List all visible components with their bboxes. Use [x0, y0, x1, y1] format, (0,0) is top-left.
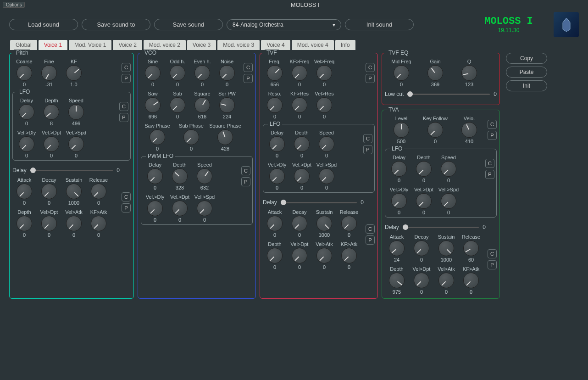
knob-vel-dpt[interactable]: Vel.>Dpt0 — [412, 187, 436, 215]
knob-odd-h-[interactable]: Odd h.0 — [166, 59, 189, 87]
knob-vel-atk[interactable]: Vel>Atk0 — [312, 241, 336, 270]
tvf-env-copy[interactable]: C — [366, 224, 375, 234]
lowcut-slider[interactable] — [407, 94, 490, 95]
knob-vel-atk[interactable]: Vel>Atk0 — [434, 266, 458, 295]
knob-release[interactable]: Release0 — [87, 177, 111, 206]
tab-mod-voice-4[interactable]: Mod. voice 4 — [292, 40, 334, 50]
pitch-r1-copy[interactable]: C — [122, 63, 131, 72]
tab-global[interactable]: Global — [10, 40, 37, 50]
knob-vel-spd[interactable]: Vel.>Spd0 — [437, 187, 460, 215]
knob-sub[interactable]: Sub0 — [166, 91, 189, 119]
knob-kf-res[interactable]: KF>Res0 — [288, 91, 311, 119]
pitch-lfo-r1-copy[interactable]: C — [119, 102, 128, 111]
knob-delay[interactable]: Delay0 — [15, 98, 39, 126]
tab-mod-voice-1[interactable]: Mod. Voice 1 — [69, 40, 111, 50]
knob-release[interactable]: Release60 — [459, 234, 483, 263]
knob-attack[interactable]: Attack24 — [385, 234, 409, 263]
knob-depth[interactable]: Depth8 — [39, 98, 63, 126]
tvf-r1-copy[interactable]: C — [366, 63, 375, 72]
knob-vel-dpt[interactable]: Vel>Dpt0 — [37, 209, 61, 238]
knob-kf-atk[interactable]: KF>Atk0 — [337, 241, 361, 270]
tab-mod-voice-2[interactable]: Mod. voice 2 — [144, 40, 186, 50]
knob-release[interactable]: Release0 — [337, 209, 361, 238]
knob-attack[interactable]: Attack0 — [12, 177, 36, 206]
knob-sustain[interactable]: Sustain1000 — [434, 234, 458, 263]
knob-speed[interactable]: Speed0 — [437, 155, 460, 183]
knob-vel-freq[interactable]: Vel>Freq0 — [312, 59, 336, 87]
knob-vel-res[interactable]: Vel>Res0 — [312, 91, 336, 119]
vco-r1-paste[interactable]: P — [244, 74, 253, 83]
knob-sustain[interactable]: Sustain1000 — [312, 209, 336, 238]
tab-voice-3[interactable]: Voice 3 — [187, 40, 216, 50]
knob-q[interactable]: Q123 — [453, 59, 486, 87]
knob-depth[interactable]: Depth0 — [263, 241, 287, 270]
tvf-delay-slider[interactable] — [281, 202, 357, 203]
knob-vel-dpt[interactable]: Vel>Dpt0 — [288, 241, 311, 270]
knob-attack[interactable]: Attack0 — [263, 209, 287, 238]
knob-vel-dpt[interactable]: Vel>Dpt0 — [410, 266, 433, 295]
knob-delay[interactable]: Delay0 — [265, 130, 289, 158]
tva-env-paste[interactable]: P — [488, 260, 497, 269]
knob-vel-dpt[interactable]: Vel.>Dpt0 — [39, 130, 63, 158]
knob-depth[interactable]: Depth975 — [385, 266, 409, 295]
knob-vel-spd[interactable]: Vel.>Spd0 — [64, 130, 88, 158]
knob-reso-[interactable]: Reso.0 — [263, 91, 287, 119]
copy-button[interactable]: Copy — [506, 53, 547, 64]
knob-saw-phase[interactable]: Saw Phase0 — [141, 123, 174, 151]
knob-noise[interactable]: Noise0 — [215, 59, 239, 87]
knob-vel-dly[interactable]: Vel.>Dly0 — [387, 187, 411, 215]
knob-kf[interactable]: KF1.0 — [62, 59, 86, 87]
knob-sub-phase[interactable]: Sub Phase0 — [175, 123, 208, 151]
tvf-lfo-r1-copy[interactable]: C — [363, 134, 372, 143]
knob-speed[interactable]: Speed0 — [315, 130, 338, 158]
tab-voice-4[interactable]: Voice 4 — [261, 40, 290, 50]
tvf-env-paste[interactable]: P — [366, 235, 375, 245]
knob-coarse[interactable]: Coarse0 — [12, 59, 36, 87]
tab-voice-2[interactable]: Voice 2 — [113, 40, 142, 50]
knob-freq-[interactable]: Freq.656 — [263, 59, 287, 87]
knob-sine[interactable]: Sine0 — [141, 59, 165, 87]
knob-square[interactable]: Square616 — [190, 91, 214, 119]
preset-select[interactable]: 84-Analog Orchestra ▾ — [227, 19, 341, 30]
pitch-delay-slider[interactable] — [30, 170, 113, 171]
options-button[interactable]: Options — [3, 2, 25, 8]
knob-vel-dly[interactable]: Vel.>Dly0 — [143, 194, 167, 223]
knob-vel-dly[interactable]: Vel.>Dly0 — [265, 162, 289, 190]
tab-info[interactable]: Info — [335, 40, 355, 50]
tab-voice-1[interactable]: Voice 1 — [39, 40, 67, 50]
tab-mod-voice-3[interactable]: Mod. voice 3 — [217, 40, 260, 50]
knob-vel-atk[interactable]: Vel>Atk0 — [62, 209, 86, 238]
pitch-lfo-r1-paste[interactable]: P — [119, 113, 128, 122]
knob-decay[interactable]: Decay0 — [37, 177, 61, 206]
vco-r1-copy[interactable]: C — [244, 63, 253, 72]
knob-depth[interactable]: Depth0 — [290, 130, 314, 158]
tva-delay-slider[interactable] — [403, 227, 479, 228]
save-sound-to-button[interactable]: Save sound to — [82, 19, 150, 30]
knob-velo-[interactable]: Velo.410 — [453, 116, 486, 144]
knob-depth[interactable]: Depth0 — [12, 209, 36, 238]
knob-vel-spd[interactable]: Vel.>Spd0 — [315, 162, 338, 190]
knob-key-follow[interactable]: Key Follow0 — [419, 116, 452, 144]
knob-level[interactable]: Level500 — [385, 116, 418, 144]
knob-depth[interactable]: Depth0 — [412, 155, 436, 183]
paste-button[interactable]: Paste — [506, 67, 547, 78]
knob-depth[interactable]: Depth328 — [168, 162, 192, 190]
init-button[interactable]: Init — [506, 80, 547, 91]
tvf-lfo-r1-paste[interactable]: P — [363, 145, 372, 154]
pitch-env-paste[interactable]: P — [122, 203, 131, 212]
knob-delay[interactable]: Delay0 — [387, 155, 411, 183]
tva-r1-paste[interactable]: P — [488, 131, 497, 140]
tva-env-copy[interactable]: C — [488, 249, 497, 258]
knob-saw[interactable]: Saw696 — [141, 91, 165, 119]
knob-fine[interactable]: Fine-31 — [37, 59, 61, 87]
load-sound-button[interactable]: Load sound — [9, 19, 78, 30]
knob-gain[interactable]: Gain369 — [419, 59, 452, 87]
pitch-env-copy[interactable]: C — [122, 192, 131, 201]
knob-decay[interactable]: Decay0 — [288, 209, 311, 238]
knob-speed[interactable]: Speed632 — [193, 162, 216, 190]
tvf-r1-paste[interactable]: P — [366, 74, 375, 83]
knob-kf-atk[interactable]: KF>Atk0 — [87, 209, 111, 238]
pitch-r1-paste[interactable]: P — [122, 74, 131, 83]
pwm-r1-paste[interactable]: P — [241, 177, 250, 186]
knob-even-h-[interactable]: Even h.0 — [190, 59, 214, 87]
